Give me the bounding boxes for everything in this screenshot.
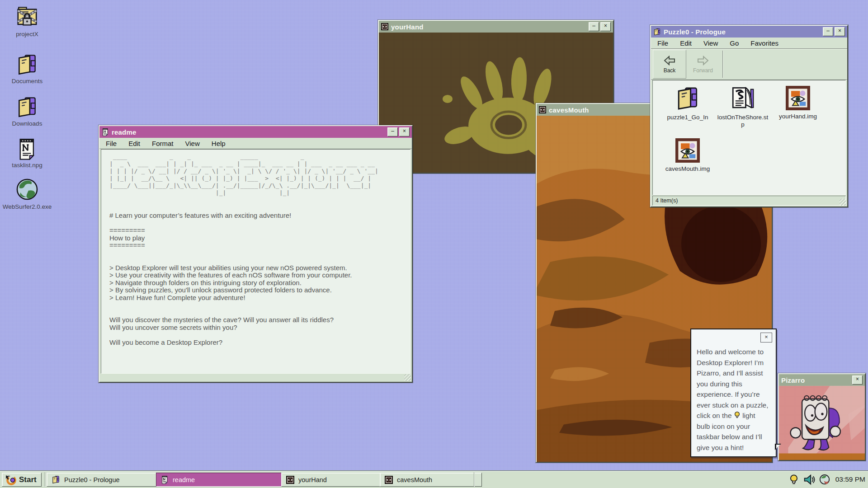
- light-bulb-icon[interactable]: [789, 474, 799, 485]
- window-title: readme: [112, 128, 385, 136]
- locked-folder-icon: [15, 5, 39, 29]
- pizarro-window: Pizarro ×: [778, 373, 866, 461]
- desktop-icon-label: Documents: [12, 78, 42, 84]
- document-icon: [730, 85, 756, 111]
- ascii-art-title: ____ _ _ _____ _ | _ \ ___ ___| | _| |_ …: [109, 153, 410, 197]
- readme-bottom-strip: [99, 374, 412, 382]
- menu-go[interactable]: Go: [730, 39, 739, 47]
- image-file-icon: [786, 86, 810, 110]
- readme-menubar: File Edit Format View Help: [99, 138, 412, 149]
- eye-icon: [385, 476, 393, 484]
- task-button-readme[interactable]: readme: [156, 473, 289, 487]
- bubble-text: Hello and welcome to Desktop Explorer! I…: [697, 347, 770, 453]
- eye-icon: [539, 106, 546, 113]
- resize-grip[interactable]: [404, 374, 411, 381]
- speaker-icon[interactable]: [803, 474, 815, 485]
- close-button[interactable]: ×: [399, 127, 410, 136]
- close-button[interactable]: ×: [852, 375, 863, 385]
- explorer-statusbar: 4 Item(s): [652, 196, 846, 206]
- folder-icon: [16, 96, 38, 118]
- taskbar: Start Puzzle0 - Prologue readme yourHand…: [0, 470, 868, 488]
- menu-format[interactable]: Format: [152, 140, 174, 147]
- explorer-titlebar[interactable]: Puzzle0 - Prologue – ×: [651, 26, 847, 38]
- readme-text-area[interactable]: ____ _ _ _____ _ | _ \ ___ ___| | _| |_ …: [101, 149, 410, 374]
- yourhand-titlebar[interactable]: yourHand – ×: [379, 21, 613, 33]
- desktop-icon-label: projectX: [16, 31, 38, 38]
- readme-titlebar[interactable]: readme – ×: [99, 126, 412, 138]
- taskbar-separator: [474, 472, 474, 487]
- desktop-icon-downloads[interactable]: Downloads: [4, 96, 51, 127]
- notepad-file-icon: [161, 475, 169, 484]
- explorer-file-list: puzzle1_Go_In lostOnTheShore.stp yourHan…: [652, 80, 846, 195]
- desktop-icon-tasklist[interactable]: tasklist.npg: [4, 137, 51, 169]
- menu-file[interactable]: File: [657, 39, 668, 47]
- desktop-icon-label: WebSurfer2.0.exe: [3, 204, 52, 210]
- file-item-puzzle1[interactable]: puzzle1_Go_In: [661, 86, 714, 121]
- desktop: projectX Documents Downloads tasklist.np…: [0, 0, 868, 488]
- taskbar-separator: [45, 472, 45, 487]
- menu-view[interactable]: View: [703, 39, 718, 47]
- readme-window: readme – × File Edit Format View Help __…: [99, 125, 413, 383]
- eye-icon: [286, 476, 294, 484]
- resize-grip[interactable]: [840, 199, 846, 206]
- world-icon[interactable]: [819, 474, 830, 485]
- bubble-close-button[interactable]: ×: [760, 333, 772, 343]
- desktop-icon-label: Downloads: [12, 121, 42, 127]
- desktop-icon-projectx[interactable]: projectX: [4, 5, 51, 38]
- window-title: yourHand: [391, 23, 586, 31]
- minimize-button[interactable]: –: [387, 127, 398, 136]
- menu-help[interactable]: Help: [212, 140, 226, 147]
- clock: 03:59 PM: [835, 475, 865, 483]
- forward-button[interactable]: Forward: [686, 50, 720, 79]
- folder-icon: [653, 28, 661, 36]
- globe-icon: [15, 177, 39, 202]
- readme-body-text: # Learn your computer’s features with an…: [109, 212, 410, 346]
- eye-icon: [381, 23, 388, 30]
- file-item-lostontheshore[interactable]: lostOnTheShore.stp: [716, 85, 769, 128]
- menu-edit[interactable]: Edit: [128, 140, 140, 147]
- window-title: Pizarro: [781, 376, 849, 384]
- back-arrow-icon: [662, 55, 677, 66]
- menu-edit[interactable]: Edit: [680, 39, 692, 47]
- pizarro-image: [779, 386, 865, 460]
- folder-icon: [16, 53, 38, 76]
- desktop-icon-documents[interactable]: Documents: [4, 53, 51, 84]
- item-count: 4 Item(s): [656, 197, 678, 204]
- minimize-button[interactable]: –: [589, 22, 599, 31]
- system-tray: 03:59 PM: [789, 471, 865, 488]
- notepad-file-icon: [102, 128, 109, 136]
- explorer-toolbar: Back Forward: [651, 49, 847, 80]
- file-item-yourhand-img[interactable]: yourHand.img: [771, 86, 825, 120]
- explorer-window: Puzzle0 - Prologue – × File Edit View Go…: [650, 25, 848, 207]
- folder-icon: [675, 86, 700, 111]
- menu-file[interactable]: File: [106, 140, 117, 147]
- bubble-tail: [775, 444, 781, 450]
- close-button[interactable]: ×: [600, 22, 611, 31]
- toolbar-separator: [722, 51, 723, 78]
- notepad-file-icon: [17, 137, 38, 160]
- file-item-cavesmouth-img[interactable]: cavesMouth.img: [661, 138, 714, 173]
- folder-icon: [52, 475, 60, 484]
- pizarro-character: [779, 386, 865, 460]
- image-file-icon: [675, 138, 700, 163]
- light-bulb-icon: [734, 411, 741, 419]
- desktop-icon-websurfer[interactable]: WebSurfer2.0.exe: [2, 177, 52, 210]
- menu-favorites[interactable]: Favorites: [750, 39, 778, 47]
- desktop-icon-label: tasklist.npg: [12, 162, 42, 169]
- forward-arrow-icon: [695, 55, 711, 66]
- minimize-button[interactable]: –: [823, 27, 833, 36]
- explorer-menubar: File Edit View Go Favorites: [651, 38, 847, 49]
- menu-view[interactable]: View: [185, 140, 200, 147]
- assistant-speech-bubble: × Hello and welcome to Desktop Explorer!…: [690, 328, 777, 457]
- window-title: Puzzle0 - Prologue: [664, 28, 820, 36]
- start-logo-icon: [5, 474, 17, 486]
- task-button-yourhand[interactable]: yourHand: [281, 473, 387, 487]
- back-button[interactable]: Back: [653, 50, 686, 79]
- task-button-explorer[interactable]: Puzzle0 - Prologue: [47, 473, 164, 487]
- start-button[interactable]: Start: [2, 473, 42, 487]
- close-button[interactable]: ×: [835, 27, 845, 36]
- pizarro-titlebar[interactable]: Pizarro ×: [779, 374, 865, 386]
- task-button-cavesmouth[interactable]: cavesMouth: [380, 473, 482, 487]
